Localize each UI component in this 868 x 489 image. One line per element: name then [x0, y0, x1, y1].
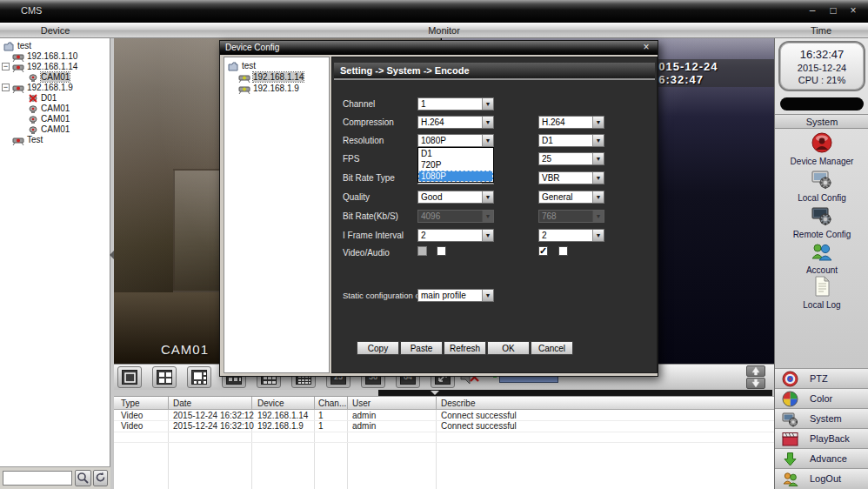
remote-config-icon	[811, 204, 833, 227]
dialog-close-icon[interactable]: ×	[639, 42, 653, 54]
resolution-dropdown-list: D1 720P 1080P	[417, 147, 494, 183]
chevron-down-icon	[431, 391, 439, 395]
fps-label: FPS	[343, 154, 359, 164]
refresh-button[interactable]	[93, 470, 108, 486]
paste-button[interactable]: Paste	[400, 341, 443, 355]
resolution-label: Resolution	[343, 136, 384, 145]
chevron-down-icon: ▼	[482, 290, 493, 301]
i-frame-select-sub[interactable]: 2▼	[538, 229, 604, 242]
title-bar: CMS – □ ×	[0, 0, 868, 23]
local-config-icon	[811, 168, 833, 191]
event-log-table: Type Date Device Chan... User Describe V…	[114, 396, 774, 489]
sidebar-item-account[interactable]: Account	[775, 240, 868, 275]
splitter-collapse-bar[interactable]	[378, 390, 772, 396]
audio-checkbox-sub[interactable]	[558, 246, 568, 256]
bit-rate-select-sub: 768▼	[538, 210, 604, 223]
fps-select-sub[interactable]: 25▼	[538, 152, 604, 165]
chevron-down-icon: ▼	[482, 98, 493, 110]
chevron-down-icon: ▼	[592, 117, 604, 128]
video-audio-label: Video/Audio	[343, 248, 390, 258]
device-config-dialog: Device Config × test 192.168.1.14 192.16…	[219, 40, 658, 377]
ptz-button[interactable]: PTZ	[775, 368, 868, 388]
sidebar-item-device-manager[interactable]: Device Manager	[775, 131, 868, 166]
settings-breadcrumb: Setting -> System -> Encode	[334, 63, 655, 80]
copy-button[interactable]: Copy	[357, 341, 399, 355]
quality-label: Quality	[343, 192, 370, 202]
encode-settings-form: Setting -> System -> Encode Channel Comp…	[331, 57, 658, 373]
bit-rate-type-select-sub[interactable]: VBR▼	[538, 171, 604, 184]
close-icon[interactable]: ×	[845, 4, 862, 17]
logout-icon	[782, 471, 798, 487]
log-col-device: Device	[257, 399, 284, 408]
chevron-down-icon: ▼	[482, 211, 493, 222]
cms-window: CMS – □ × Device Monitor Time test 192.1…	[0, 0, 868, 489]
clock-date: 2015-12-24	[780, 63, 864, 73]
static-config-select[interactable]: main profile▼	[417, 289, 494, 302]
resolution-select[interactable]: 1080P▼	[417, 134, 494, 147]
ptz-icon	[782, 371, 798, 387]
system-icon	[782, 411, 798, 427]
color-button[interactable]: Color	[775, 388, 868, 408]
i-frame-select[interactable]: 2▼	[417, 229, 494, 242]
sidebar-item-local-log[interactable]: Local Log	[775, 275, 868, 310]
compression-select[interactable]: H.264▼	[417, 116, 494, 129]
dropdown-option[interactable]: 720P	[418, 159, 493, 171]
refresh-button[interactable]: Refresh	[444, 341, 486, 355]
tab-monitor[interactable]: Monitor	[114, 25, 774, 36]
bit-rate-type-label: Bit Rate Type	[343, 173, 395, 183]
camera-icon	[28, 124, 38, 135]
advance-icon	[782, 451, 798, 467]
account-icon	[811, 240, 833, 263]
quality-select-sub[interactable]: General▼	[538, 191, 604, 204]
split-8-button[interactable]	[187, 366, 211, 388]
camera-off-icon	[28, 93, 38, 104]
compression-select-sub[interactable]: H.264▼	[538, 116, 604, 129]
page-up-button[interactable]	[746, 365, 765, 377]
status-bar-pill	[780, 97, 864, 111]
device-icon	[238, 84, 250, 94]
system-panel-header: System	[775, 114, 868, 129]
camera-name-overlay: CAM01	[161, 342, 209, 357]
chevron-down-icon: ▼	[482, 230, 493, 241]
logout-button[interactable]: LogOut	[775, 468, 868, 489]
folder-icon	[228, 61, 238, 71]
split-1-button[interactable]	[117, 366, 142, 388]
video-checkbox-sub[interactable]	[538, 246, 548, 256]
maximize-icon[interactable]: □	[825, 4, 842, 17]
search-button[interactable]	[75, 470, 91, 486]
cpu-usage: CPU : 21%	[780, 75, 864, 85]
audio-checkbox-main[interactable]	[437, 246, 446, 256]
video-checkbox-main[interactable]	[417, 246, 427, 256]
log-col-date: Date	[173, 399, 191, 408]
collapse-expander-icon[interactable]: −	[2, 63, 10, 70]
cancel-button[interactable]: Cancel	[531, 341, 573, 355]
log-header-row: Type Date Device Chan... User Describe	[114, 397, 774, 410]
tab-device[interactable]: Device	[0, 25, 110, 36]
sidebar-item-remote-config[interactable]: Remote Config	[775, 204, 868, 239]
quality-select[interactable]: Good▼	[417, 191, 494, 204]
panel-header-row: Device Monitor Time	[0, 23, 868, 38]
channel-select[interactable]: 1▼	[417, 97, 494, 111]
resolution-select-sub[interactable]: D1▼	[538, 134, 604, 147]
split-4-button[interactable]	[152, 366, 177, 388]
app-title: CMS	[21, 5, 42, 16]
dropdown-option-selected[interactable]: 1080P	[418, 171, 493, 182]
ok-button[interactable]: OK	[487, 341, 530, 355]
local-log-icon	[811, 275, 833, 298]
chevron-down-icon: ▼	[482, 135, 493, 146]
chevron-down-icon: ▼	[592, 172, 604, 184]
panel-collapse-arrow[interactable]	[110, 251, 114, 259]
search-input[interactable]	[3, 471, 72, 486]
tab-time[interactable]: Time	[774, 25, 868, 36]
system-button[interactable]: System	[775, 408, 868, 428]
advance-button[interactable]: Advance	[775, 448, 868, 468]
bit-rate-label: Bit Rate(Kb/S)	[343, 211, 398, 221]
page-down-button[interactable]	[746, 378, 765, 389]
playback-button[interactable]: PlayBack	[775, 428, 868, 448]
minimize-icon[interactable]: –	[804, 4, 821, 17]
log-row[interactable]: Video 2015-12-24 16:32:10 192.168.1.9 1 …	[114, 421, 774, 432]
sidebar-item-local-config[interactable]: Local Config	[775, 168, 868, 203]
dropdown-option[interactable]: D1	[418, 148, 493, 159]
device-icon	[12, 62, 24, 72]
collapse-expander-icon[interactable]: −	[2, 84, 10, 91]
